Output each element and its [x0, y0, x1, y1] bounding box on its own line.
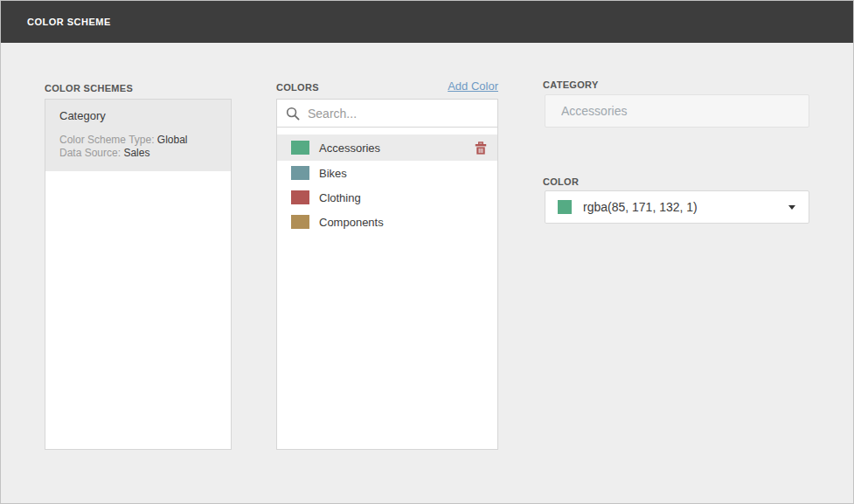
dialog-header: COLOR SCHEME: [1, 1, 853, 43]
search-box: [277, 100, 497, 128]
color-item-label: Clothing: [319, 191, 361, 204]
scheme-item-category[interactable]: Category Color Scheme Type: Global Data …: [45, 100, 231, 171]
search-input[interactable]: [306, 99, 497, 128]
color-swatch: [291, 141, 309, 155]
color-swatch: [291, 190, 309, 204]
color-label: COLOR: [543, 176, 579, 187]
color-schemes-list: Category Color Scheme Type: Global Data …: [45, 99, 232, 450]
add-color-link[interactable]: Add Color: [448, 79, 498, 93]
search-icon: [286, 107, 300, 121]
selected-color-value: rgba(85, 171, 132, 1): [583, 200, 698, 214]
color-schemes-label: COLOR SCHEMES: [45, 83, 133, 93]
selected-color-swatch: [558, 200, 572, 214]
dialog-title: COLOR SCHEME: [1, 17, 111, 27]
color-list-item[interactable]: Accessories: [277, 135, 497, 161]
colors-list-panel: Accessories Bikes Clothing Components: [276, 99, 498, 450]
colors-label: COLORS: [276, 82, 319, 93]
color-swatch: [291, 166, 309, 180]
category-input: [545, 94, 809, 128]
color-scheme-dialog: COLOR SCHEME COLOR SCHEMES Category Colo…: [0, 0, 854, 504]
category-label: CATEGORY: [543, 79, 599, 90]
color-list-item[interactable]: Components: [277, 210, 497, 234]
color-item-label: Accessories: [319, 142, 380, 155]
color-swatch: [291, 215, 309, 229]
scheme-title: Category: [59, 109, 217, 122]
data-source-row: Data Source: Sales: [59, 147, 217, 160]
color-item-label: Bikes: [319, 167, 347, 180]
color-list-item[interactable]: Clothing: [277, 185, 497, 210]
color-item-label: Components: [319, 216, 384, 229]
scheme-type-label: Color Scheme Type:: [59, 134, 155, 146]
data-source-label: Data Source:: [59, 147, 121, 159]
chevron-down-icon: [788, 205, 795, 210]
scheme-type-value: Global: [157, 134, 188, 146]
data-source-value: Sales: [123, 147, 149, 159]
color-list: Accessories Bikes Clothing Components: [277, 128, 497, 234]
scheme-type-row: Color Scheme Type: Global: [59, 134, 217, 147]
delete-color-icon[interactable]: [475, 142, 487, 155]
color-dropdown[interactable]: rgba(85, 171, 132, 1): [545, 190, 809, 224]
color-list-item[interactable]: Bikes: [277, 161, 497, 185]
colors-panel-head: COLORS Add Color: [276, 76, 498, 93]
